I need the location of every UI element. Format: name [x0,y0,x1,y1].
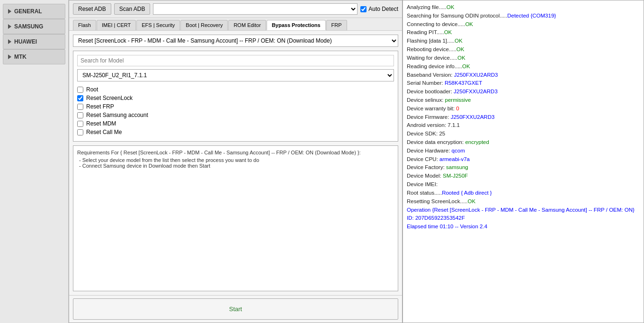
checkbox-reset-mdm[interactable] [77,121,83,127]
sidebar-item-label: SAMSUNG [14,23,43,30]
log-line: Root status.....Rooted { Adb direct } [407,189,640,197]
checkbox-item-reset-screenlock[interactable]: Reset ScreenLock [77,95,394,101]
log-part: Device warranty bit: [407,106,456,111]
log-part: samsung [446,164,468,170]
sidebar-item-samsung[interactable]: SAMSUNG [3,19,65,34]
arrow-icon [8,9,11,14]
checkbox-item-reset-mdm[interactable]: Reset MDM [77,120,394,127]
log-part: permissive [445,97,471,103]
tab-efs-security[interactable]: EFS | Security [136,20,180,30]
tab-flash[interactable]: Flash [73,20,96,30]
log-line: Connecting to device.....OK [407,20,640,29]
log-part: Reading device info..... [407,63,462,69]
log-part: Device CPU: [407,156,439,162]
log-line: Device SDK: 25 [407,130,640,138]
log-line: Elapsed time 01:10 -- Version 2.4 [407,223,640,231]
log-part: Device Model: [407,173,443,179]
log-line: Device selinux: permissive [407,96,640,105]
log-part: OK [455,38,463,44]
checkbox-label-reset-samsung-account: Reset Samsung account [86,112,148,118]
log-part: OK [447,4,455,10]
log-line: Device warranty bit: 0 [407,105,640,113]
checkbox-reset-screenlock[interactable] [77,95,83,101]
checkbox-label-root: Root [86,86,98,93]
checkbox-reset-call-me[interactable] [77,129,83,135]
checkbox-label-reset-screenlock: Reset ScreenLock [86,95,133,101]
content-area: Reset [ScreenLock - FRP - MDM - Call Me … [69,31,402,295]
log-part: Device data encryption: [407,139,465,145]
log-part: Device Firmware: [407,114,451,120]
log-part: OK [444,29,452,35]
reset-adb-button[interactable]: Reset ADB [73,3,111,15]
tab-bypass-protections[interactable]: Bypass Protections [267,20,326,30]
log-part: Waiting for device..... [407,55,457,61]
log-panel: Analyzing file.....OKSearching for Samsu… [402,0,644,323]
tabs-bar: FlashIMEI | CERTEFS | SecurityBoot | Rec… [69,18,402,31]
log-part: Serial Number: [407,80,445,86]
log-line: Reading device info.....OK [407,63,640,71]
log-part: Operation {Reset [ScreenLock - FRP - MDM… [407,207,635,213]
model-search-input[interactable] [77,55,394,66]
log-line: Baseband Version: J250FXXU2ARD3 [407,71,640,80]
start-button[interactable]: Start [73,298,398,320]
log-part: ID: 207D65922353542F [407,215,465,221]
auto-detect-checkbox[interactable] [360,6,367,12]
arrow-icon [8,24,11,29]
sidebar-item-huawei[interactable]: HUAWEI [3,34,65,49]
requirement-item: - Select your device model from the list… [79,157,394,163]
log-part: 7.1.1 [447,122,460,128]
process-dropdown[interactable]: Reset [ScreenLock - FRP - MDM - Call Me … [73,35,398,47]
checkbox-root[interactable] [77,87,83,93]
checkbox-item-reset-call-me[interactable]: Reset Call Me [77,129,394,135]
log-line: Analyzing file.....OK [407,3,640,12]
requirement-item: - Connect Samsung device in Download mod… [79,163,394,169]
checkbox-reset-frp[interactable] [77,104,83,110]
log-part: Detected {COM319} [507,13,556,18]
process-dropdown-row: Reset [ScreenLock - FRP - MDM - Call Me … [73,35,398,47]
checkbox-list: RootReset ScreenLockReset FRPReset Samsu… [77,84,394,137]
checkbox-reset-samsung-account[interactable] [77,112,83,118]
scan-adb-button[interactable]: Scan ADB [114,3,151,15]
log-part: Resetting ScreenLock..... [407,198,467,204]
log-part: Device IMEI: [407,181,438,187]
log-line: Device Hardware: qcom [407,147,640,155]
log-part: OK [465,21,473,27]
tab-imei-cert[interactable]: IMEI | CERT [97,20,136,30]
checkbox-item-reset-samsung-account[interactable]: Reset Samsung account [77,112,394,118]
log-part: Rooted { Adb direct } [442,190,492,196]
arrow-icon [8,54,11,59]
log-part: OK [456,46,465,52]
model-box: SM-J250F_U2_RI1_7.1.1 RootReset ScreenLo… [73,51,398,142]
log-line: Device bootloader: J250FXXU2ARD3 [407,88,640,96]
log-part: OK [467,198,475,204]
sidebar-item-label: MTK [14,54,27,60]
port-dropdown[interactable] [153,3,358,15]
log-part: Searching for Samsung ODIN protocol..... [407,13,507,18]
checkbox-label-reset-mdm: Reset MDM [86,120,116,127]
tab-boot-recovery[interactable]: Boot | Recovery [180,20,228,30]
log-part: Root status..... [407,190,442,196]
checkbox-label-reset-frp: Reset FRP [86,103,114,110]
checkbox-item-root[interactable]: Root [77,86,394,93]
log-line: Waiting for device.....OK [407,54,640,63]
log-part: Device SDK: [407,131,439,136]
sidebar-item-general[interactable]: GENERAL [3,4,65,19]
log-part: Reading PIT..... [407,29,444,35]
sidebar: GENERALSAMSUNGHUAWEIMTK [0,0,69,323]
log-part: 25 [439,131,445,136]
checkbox-item-reset-frp[interactable]: Reset FRP [77,103,394,110]
log-line: Device data encryption: encrypted [407,138,640,147]
model-dropdown[interactable]: SM-J250F_U2_RI1_7.1.1 [77,69,394,81]
requirements-title: Requirements For { Reset [ScreenLock - F… [77,150,394,155]
sidebar-item-mtk[interactable]: MTK [3,49,65,64]
log-part: Device bootloader: [407,89,454,94]
log-part: Android version: [407,122,447,128]
log-part: Elapsed time 01:10 -- Version 2.4 [407,224,487,229]
log-part: Rebooting device..... [407,46,456,52]
tab-frp[interactable]: FRP [326,20,347,30]
log-part: Device selinux: [407,97,445,103]
log-part: Connecting to device..... [407,21,465,27]
tab-rom-editor[interactable]: ROM Editor [228,20,266,30]
sidebar-item-label: HUAWEI [14,38,37,45]
log-part: encrypted [465,139,489,145]
